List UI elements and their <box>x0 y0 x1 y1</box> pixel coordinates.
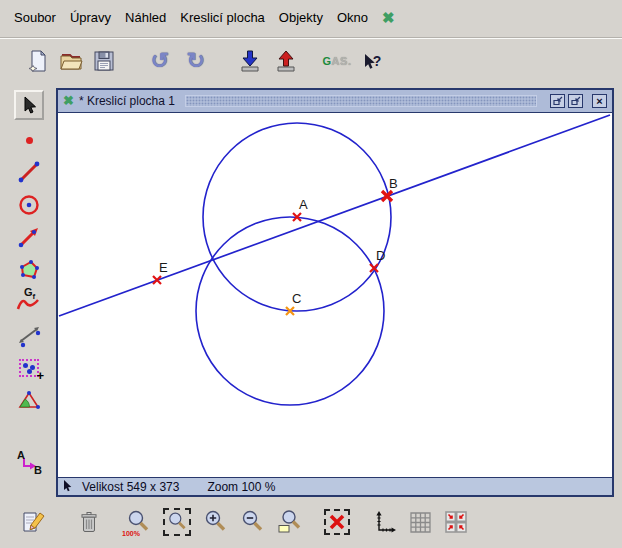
menu-upravy[interactable]: Úpravy <box>70 10 111 25</box>
context-help-button[interactable]: ? <box>357 46 387 76</box>
open-file-icon <box>59 49 83 73</box>
select-points-tool-button[interactable]: + <box>14 353 44 383</box>
zoom-out-button[interactable] <box>237 506 267 538</box>
title-bar[interactable]: ✖ * Kreslicí plocha 1 × <box>58 90 612 112</box>
select-tool-button[interactable] <box>14 90 44 120</box>
edit-button[interactable] <box>18 506 48 538</box>
construction-line[interactable] <box>59 115 610 316</box>
vector-tool-button[interactable] <box>14 222 44 252</box>
new-document-button[interactable] <box>23 46 53 76</box>
zoom-100-icon: 100% <box>125 509 151 535</box>
circle-tool-icon <box>17 193 41 217</box>
construction-svg: ABCDE <box>58 113 612 477</box>
save-icon <box>92 49 116 73</box>
menu-nahled[interactable]: Náhled <box>125 10 166 25</box>
center-view-button[interactable] <box>441 506 471 538</box>
zoom-region-icon <box>163 508 191 536</box>
document-window: ✖ * Kreslicí plocha 1 × ABCDE Velikost 5… <box>56 88 614 497</box>
restore-button[interactable] <box>568 94 583 108</box>
zoom-region-button[interactable] <box>162 506 192 538</box>
minimize-icon <box>553 96 563 106</box>
distance-tool-icon <box>16 322 42 348</box>
close-button[interactable]: × <box>592 94 607 108</box>
polygon-tool-icon <box>17 258 41 282</box>
segment-tool-icon <box>17 160 41 184</box>
minimize-button[interactable] <box>550 94 565 108</box>
trash-icon <box>77 510 101 534</box>
zoom-in-icon <box>202 509 228 535</box>
delete-selection-icon <box>324 509 350 535</box>
point-label-A: A <box>299 197 308 212</box>
point-tool-icon <box>26 137 33 144</box>
function-graph-tool-button[interactable]: Gf <box>14 287 44 317</box>
function-graph-icon: Gf <box>16 289 42 315</box>
select-points-icon: + <box>19 359 39 377</box>
delete-selection-button[interactable] <box>322 506 352 538</box>
rename-tool-button[interactable]: A B <box>14 448 44 478</box>
restore-icon <box>571 96 581 106</box>
redo-button[interactable]: ↻ <box>181 46 211 76</box>
zoom-out-icon <box>239 509 265 535</box>
angle-tool-icon <box>16 387 42 413</box>
import-icon <box>238 49 262 73</box>
save-button[interactable] <box>89 46 119 76</box>
export-icon <box>274 49 298 73</box>
window-title: * Kreslicí plocha 1 <box>79 94 175 108</box>
menu-objekty[interactable]: Objekty <box>279 10 323 25</box>
grid-icon <box>409 511 432 534</box>
distance-tool-button[interactable] <box>14 320 44 350</box>
redo-icon: ↻ <box>187 48 205 74</box>
menu-okno[interactable]: Okno <box>337 10 368 25</box>
point-label-E: E <box>159 260 168 275</box>
menu-soubor[interactable]: Soubor <box>14 10 56 25</box>
new-document-icon <box>26 49 50 73</box>
import-button[interactable] <box>235 46 265 76</box>
zoom-100-button[interactable]: 100% <box>123 506 153 538</box>
export-button[interactable] <box>271 46 301 76</box>
axes-icon <box>372 510 397 535</box>
center-view-icon <box>444 510 468 534</box>
zoom-in-button[interactable] <box>200 506 230 538</box>
circle-tool-button[interactable] <box>14 190 44 220</box>
angle-tool-button[interactable] <box>14 385 44 415</box>
zoom-window-button[interactable] <box>275 506 305 538</box>
axes-button[interactable] <box>369 506 399 538</box>
rename-tool-icon: A B <box>16 450 42 476</box>
edit-icon <box>20 509 46 535</box>
titlebar-drag-handle[interactable] <box>185 95 537 107</box>
select-arrow-icon <box>22 96 37 115</box>
polygon-tool-button[interactable] <box>14 255 44 285</box>
window-logo-icon: ✖ <box>63 94 74 108</box>
status-bar: Velikost 549 x 373 Zoom 100 % <box>58 478 612 495</box>
menu-bar: Soubor Úpravy Náhled Kreslicí plocha Obj… <box>14 10 622 25</box>
undo-button[interactable]: ↺ <box>145 46 175 76</box>
undo-icon: ↺ <box>151 48 169 74</box>
gas-icon: GAS. <box>323 55 352 67</box>
open-file-button[interactable] <box>56 46 86 76</box>
help-question-icon: ? <box>373 53 382 69</box>
menu-kreslici-plocha[interactable]: Kreslicí plocha <box>180 10 265 25</box>
geonext-logo-icon: ✖ <box>382 11 395 25</box>
zoom-window-icon <box>277 509 303 535</box>
status-cursor-icon <box>63 480 72 493</box>
point-label-C: C <box>292 291 301 306</box>
status-zoom-label: Zoom 100 % <box>207 480 275 494</box>
gas-button[interactable]: GAS. <box>322 46 352 76</box>
menu-separator <box>0 37 622 39</box>
drawing-canvas[interactable]: ABCDE <box>58 112 612 478</box>
status-size-label: Velikost 549 x 373 <box>82 480 179 494</box>
point-label-B: B <box>389 176 398 191</box>
point-tool-button[interactable] <box>14 125 44 155</box>
delete-button[interactable] <box>74 506 104 538</box>
vector-tool-icon <box>17 225 41 249</box>
app-root: { "app": { "logo_glyph": "✖" }, "menu": … <box>0 0 622 548</box>
grid-button[interactable] <box>405 506 435 538</box>
point-label-D: D <box>376 248 385 263</box>
segment-tool-button[interactable] <box>14 157 44 187</box>
